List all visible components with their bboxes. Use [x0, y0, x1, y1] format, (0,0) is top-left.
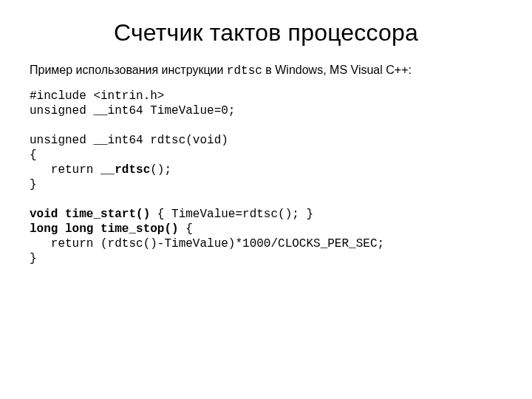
code-line-12: }	[30, 252, 37, 265]
code-line-9c-bold: time_start()	[65, 208, 150, 221]
code-line-9a-bold: void	[30, 208, 58, 221]
code-line-10b	[93, 222, 100, 236]
code-line-10d: {	[179, 222, 193, 236]
description-paragraph: Пример использования инструкции rdtsc в …	[30, 63, 502, 78]
code-line-9d: { TimeValue=rdtsc(); }	[150, 208, 313, 221]
description-code-word: rdtsc	[227, 64, 262, 78]
description-text-pre: Пример использования инструкции	[30, 64, 227, 76]
description-text-post: в Windows, MS Visual C++:	[262, 64, 412, 76]
code-line-4: unsigned __int64 rdtsc(void)	[30, 134, 228, 147]
code-block: #include <intrin.h> unsigned __int64 Tim…	[30, 89, 502, 266]
code-line-6b-bold: __rdtsc	[100, 163, 150, 177]
code-line-10c-bold: time_stop()	[100, 222, 179, 236]
code-line-11: return (rdtsc()-TimeValue)*1000/CLOCKS_P…	[30, 237, 384, 250]
slide: Счетчик тактов процессора Пример использ…	[0, 0, 532, 399]
code-line-5: {	[30, 149, 37, 162]
code-line-10a-bold: long long	[30, 222, 93, 236]
code-line-9b	[58, 208, 65, 221]
code-line-6c: ();	[150, 163, 171, 177]
code-line-7: }	[30, 178, 37, 191]
slide-title: Счетчик тактов процессора	[30, 19, 502, 47]
code-line-6a: return	[30, 163, 100, 177]
code-line-2: unsigned __int64 TimeValue=0;	[30, 104, 235, 117]
code-line-1: #include <intrin.h>	[30, 89, 164, 103]
